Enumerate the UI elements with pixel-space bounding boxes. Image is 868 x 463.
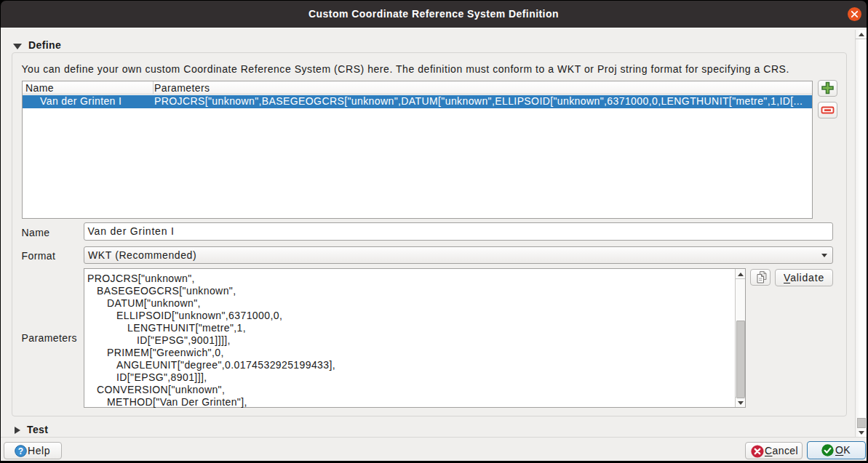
svg-text:?: ? xyxy=(18,446,24,456)
